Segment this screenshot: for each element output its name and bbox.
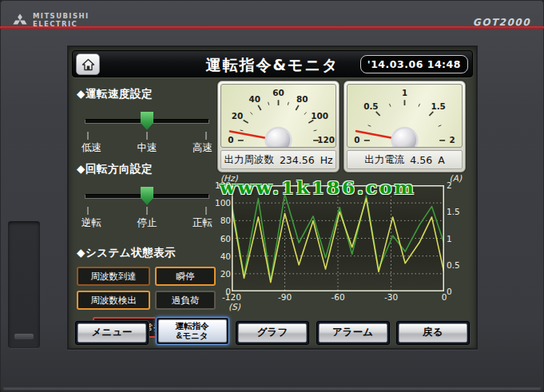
svg-text:40: 40 [248, 94, 260, 104]
right-axis-tick: 1 [447, 234, 466, 244]
direction-slider-thumb[interactable] [141, 187, 153, 205]
lamp-freq-reached: 周波数到達 [77, 267, 150, 286]
lamp-freq-detect: 周波数検出 [77, 291, 150, 310]
left-axis-tick: 80 [215, 216, 231, 225]
slot-cover-label [14, 334, 34, 339]
slider-tick-label: 中速 [137, 141, 157, 155]
gauge-group: 020406080100120 出力周波数 234.56 Hz 00.511.5… [217, 81, 466, 172]
current-gauge-readout: 出力電流 4.56 A [347, 150, 463, 169]
lamp-momentary-stop: 瞬停 [155, 267, 216, 286]
nav-graph-button[interactable]: グラフ [236, 321, 309, 345]
svg-text:0: 0 [354, 135, 359, 145]
frequency-gauge-label: 出力周波数 [224, 153, 274, 167]
direction-slider[interactable]: 逆転停止正転 [81, 180, 212, 231]
current-gauge: 00.511.52 出力電流 4.56 A [343, 81, 466, 172]
speed-slider-ticks [88, 132, 206, 140]
slider-tick [147, 207, 148, 215]
hmi-device: MITSUBISHI ELECTRIC GOT2000 運転指令&モニタ '14… [0, 0, 544, 392]
left-axis-tick: 20 [215, 269, 231, 279]
current-gauge-dial: 00.511.52 [347, 84, 463, 148]
frequency-gauge-readout: 出力周波数 234.56 Hz [220, 150, 336, 169]
slider-tick-label: 停止 [137, 216, 157, 230]
svg-text:0.5: 0.5 [363, 101, 378, 111]
nav-menu-label: メニュー [77, 323, 146, 343]
touchscreen: 運転指令&モニタ '14.03.06 14:48 ◆運転速度設定 低速中速高速 … [67, 46, 478, 350]
slider-tick-label: 正転 [193, 216, 212, 230]
slider-tick [88, 132, 89, 140]
x-axis-unit: (S) [228, 302, 240, 311]
x-axis-tick: 0 [431, 292, 458, 302]
slider-tick [147, 132, 148, 140]
svg-text:80: 80 [296, 94, 308, 104]
trend-chart: (Hz) (A) (S) www.1k186.com 1201008060402… [219, 175, 478, 319]
slider-tick-label: 高速 [193, 141, 212, 155]
mitsubishi-logo-icon [11, 13, 29, 28]
speed-slider[interactable]: 低速中速高速 [81, 105, 212, 156]
left-axis-tick: 100 [215, 198, 231, 208]
svg-text:1: 1 [402, 88, 407, 97]
speed-slider-thumb[interactable] [141, 112, 153, 130]
nav-operation-monitor-button[interactable]: 運転指令 &モニタ [156, 317, 229, 345]
watermark: www.1k186.com [220, 176, 416, 198]
svg-text:100: 100 [311, 111, 328, 121]
nav-menu-button[interactable]: メニュー [75, 321, 149, 345]
current-gauge-label: 出力電流 [364, 153, 404, 167]
x-axis-tick: -120 [218, 292, 245, 302]
frequency-gauge-dial: 020406080100120 [220, 84, 336, 148]
slider-tick-label: 低速 [81, 141, 101, 155]
x-axis-tick: -60 [324, 292, 351, 302]
bezel-bottom-edge [3, 386, 541, 390]
bottom-nav-bar: メニュー運転指令 &モニタグラフアラーム戻る [75, 316, 470, 345]
svg-text:0: 0 [228, 135, 233, 145]
left-axis-tick: 40 [215, 251, 231, 261]
datetime-display: '14.03.06 14:48 [360, 55, 468, 73]
svg-text:1.5: 1.5 [431, 101, 445, 111]
slider-tick [206, 207, 207, 215]
control-panel: ◆運転速度設定 低速中速高速 ◆回転方向設定 逆転停止正転 ◆システム状態表示 … [77, 84, 217, 338]
svg-text:120: 120 [317, 135, 335, 145]
right-axis-tick: 0.5 [447, 260, 466, 270]
left-axis-tick: 60 [215, 234, 231, 244]
slider-tick-label: 逆転 [81, 216, 101, 230]
current-gauge-value: 4.56 [410, 154, 432, 166]
nav-alarm-label: アラーム [319, 323, 387, 343]
nav-operation-monitor-label: 運転指令 &モニタ [158, 319, 227, 343]
brand-line1: MITSUBISHI [33, 12, 89, 20]
nav-graph-label: グラフ [238, 323, 307, 343]
frequency-gauge-unit: Hz [320, 154, 333, 166]
nav-alarm-button[interactable]: アラーム [316, 321, 390, 345]
frequency-gauge-value: 234.56 [280, 154, 315, 166]
right-axis-tick: 1.5 [447, 207, 466, 216]
bezel-accent-stripe [0, 26, 544, 29]
svg-text:60: 60 [272, 88, 284, 97]
nav-back-button[interactable]: 戻る [396, 321, 470, 345]
lamp-overload: 過負荷 [155, 291, 216, 310]
direction-section-heading: ◆回転方向設定 [77, 162, 217, 176]
status-section-heading: ◆システム状態表示 [77, 246, 217, 260]
direction-slider-ticks [88, 207, 206, 215]
right-axis-tick: 2 [447, 180, 466, 190]
frequency-gauge: 020406080100120 出力周波数 234.56 Hz [217, 81, 340, 172]
x-axis-tick: -90 [272, 292, 299, 302]
svg-text:20: 20 [232, 111, 243, 121]
speed-section-heading: ◆運転速度設定 [77, 87, 217, 101]
x-axis-tick: -30 [378, 292, 405, 302]
nav-back-label: 戻る [399, 323, 467, 343]
chart-plot-area [232, 185, 444, 291]
card-slot-cover [8, 221, 40, 348]
speed-slider-labels: 低速中速高速 [81, 141, 212, 155]
svg-text:2: 2 [449, 135, 455, 145]
title-bar: 運転指令&モニタ '14.03.06 14:48 [72, 50, 473, 77]
current-gauge-unit: A [438, 154, 445, 166]
slider-tick [88, 207, 89, 215]
slider-tick [206, 132, 207, 140]
direction-slider-labels: 逆転停止正転 [81, 216, 212, 230]
